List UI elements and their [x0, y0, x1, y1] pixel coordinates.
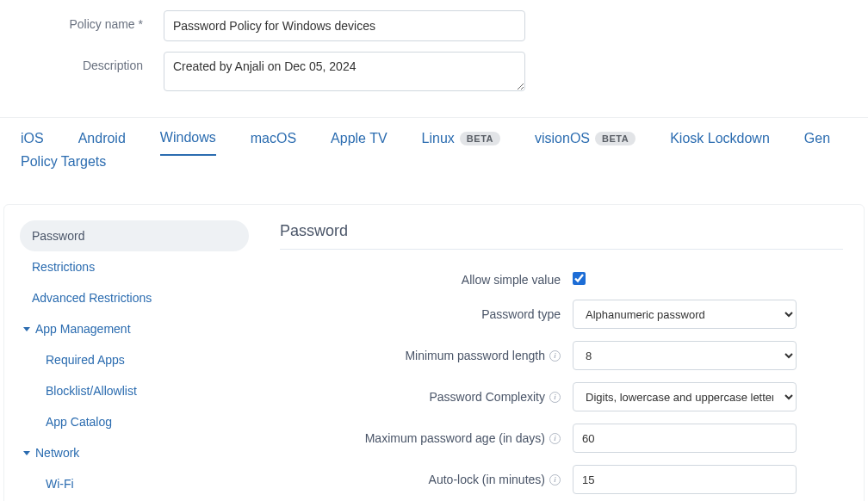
- allow-simple-checkbox[interactable]: [573, 272, 586, 285]
- setting-min-length: Minimum password length i 8: [280, 341, 843, 370]
- info-icon[interactable]: i: [549, 433, 561, 444]
- tab-macos[interactable]: macOS: [251, 131, 296, 155]
- platform-tabs-row2: Policy Targets: [0, 154, 868, 185]
- content-area: Password Restrictions Advanced Restricti…: [3, 204, 865, 501]
- auto-lock-label: Auto-lock (in minutes) i: [280, 473, 573, 486]
- setting-max-age: Maximum password age (in days) i: [280, 424, 843, 453]
- complexity-label-text: Password Complexity: [429, 390, 545, 404]
- info-icon[interactable]: i: [549, 474, 561, 486]
- min-length-label-text: Minimum password length: [405, 349, 545, 362]
- chevron-down-icon: [23, 451, 30, 455]
- tab-gen[interactable]: Gen: [804, 131, 830, 155]
- info-icon[interactable]: i: [549, 350, 561, 362]
- beta-badge: BETA: [460, 132, 500, 145]
- beta-badge: BETA: [595, 132, 636, 145]
- complexity-control: Digits, lowercase and uppercase letters: [573, 382, 797, 411]
- allow-simple-control: [573, 272, 797, 288]
- policy-name-input[interactable]: [164, 10, 525, 41]
- required-asterisk: *: [139, 17, 143, 31]
- platform-tabs: iOS Android Windows macOS Apple TV Linux…: [0, 118, 868, 156]
- setting-auto-lock: Auto-lock (in minutes) i: [280, 465, 843, 494]
- password-type-label: Password type: [280, 307, 573, 321]
- auto-lock-input[interactable]: [573, 465, 797, 494]
- tab-policy-targets[interactable]: Policy Targets: [21, 154, 106, 178]
- password-settings-panel: Password Allow simple value Password typ…: [263, 205, 864, 501]
- tab-appletv[interactable]: Apple TV: [331, 131, 388, 155]
- chevron-down-icon: [23, 327, 30, 331]
- tab-ios[interactable]: iOS: [21, 131, 44, 155]
- complexity-select[interactable]: Digits, lowercase and uppercase letters: [573, 382, 797, 411]
- password-type-control: Alphanumeric password: [573, 300, 797, 329]
- max-age-label-text: Maximum password age (in days): [365, 431, 545, 445]
- policy-name-row: Policy name *: [0, 10, 868, 41]
- sidebar-group-network[interactable]: Network: [20, 437, 249, 468]
- password-type-label-text: Password type: [481, 307, 561, 321]
- allow-simple-label-text: Allow simple value: [462, 273, 561, 287]
- setting-allow-simple-value: Allow simple value: [280, 272, 843, 288]
- policy-name-label: Policy name *: [0, 10, 164, 31]
- sidebar-item-required-apps[interactable]: Required Apps: [20, 344, 249, 375]
- policy-sidebar: Password Restrictions Advanced Restricti…: [4, 205, 263, 501]
- max-age-control: [573, 424, 797, 453]
- max-age-input[interactable]: [573, 424, 797, 453]
- tab-android[interactable]: Android: [78, 131, 126, 155]
- auto-lock-control: [573, 465, 797, 494]
- sidebar-item-restrictions[interactable]: Restrictions: [20, 251, 249, 282]
- sidebar-group-app-management-label: App Management: [35, 322, 131, 336]
- sidebar-group-app-management[interactable]: App Management: [20, 313, 249, 344]
- max-age-label: Maximum password age (in days) i: [280, 431, 573, 445]
- tab-linux[interactable]: Linux BETA: [422, 131, 500, 155]
- description-row: Description: [0, 52, 868, 91]
- description-label: Description: [0, 52, 164, 72]
- sidebar-group-network-label: Network: [35, 446, 79, 460]
- sidebar-item-app-catalog[interactable]: App Catalog: [20, 406, 249, 437]
- info-icon[interactable]: i: [549, 392, 561, 403]
- policy-header-form: Policy name * Description: [0, 0, 868, 118]
- sidebar-item-password[interactable]: Password: [20, 220, 249, 251]
- sidebar-item-wifi[interactable]: Wi-Fi: [20, 468, 249, 499]
- tab-visionos-label: visionOS: [535, 131, 590, 146]
- description-input[interactable]: [164, 52, 525, 91]
- panel-title: Password: [280, 222, 843, 250]
- sidebar-item-blocklist-allowlist[interactable]: Blocklist/Allowlist: [20, 375, 249, 406]
- tab-visionos[interactable]: visionOS BETA: [535, 131, 636, 155]
- auto-lock-label-text: Auto-lock (in minutes): [429, 473, 545, 486]
- policy-name-label-text: Policy name: [69, 17, 134, 31]
- setting-password-type: Password type Alphanumeric password: [280, 300, 843, 329]
- tab-windows[interactable]: Windows: [160, 130, 216, 156]
- setting-complexity: Password Complexity i Digits, lowercase …: [280, 382, 843, 411]
- complexity-label: Password Complexity i: [280, 390, 573, 404]
- tab-linux-label: Linux: [422, 131, 455, 146]
- sidebar-item-advanced-restrictions[interactable]: Advanced Restrictions: [20, 282, 249, 313]
- min-length-label: Minimum password length i: [280, 349, 573, 362]
- min-length-control: 8: [573, 341, 797, 370]
- tab-kiosk-lockdown[interactable]: Kiosk Lockdown: [670, 131, 770, 155]
- min-length-select[interactable]: 8: [573, 341, 797, 370]
- password-type-select[interactable]: Alphanumeric password: [573, 300, 797, 329]
- allow-simple-label: Allow simple value: [280, 273, 573, 287]
